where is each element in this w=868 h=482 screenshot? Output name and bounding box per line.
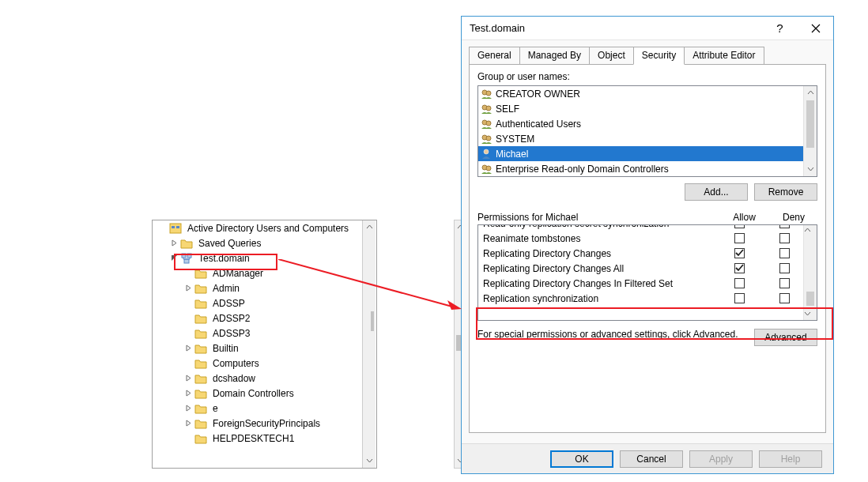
tree-item[interactable]: Computers	[153, 356, 376, 371]
tree-item[interactable]: Domain Controllers	[153, 386, 376, 401]
tree-item[interactable]: Test.domain	[153, 250, 376, 265]
principal-row[interactable]: Michael	[478, 146, 803, 161]
deny-checkbox[interactable]	[779, 233, 790, 243]
add-button[interactable]: Add...	[685, 183, 748, 201]
allow-checkbox[interactable]	[734, 224, 745, 228]
scroll-up-icon[interactable]	[363, 220, 376, 234]
svg-point-7	[486, 91, 491, 96]
help-button-footer[interactable]: Help	[759, 450, 822, 468]
allow-checkbox[interactable]	[734, 293, 745, 303]
expander-icon[interactable]	[170, 239, 179, 247]
principal-name: SELF	[496, 104, 519, 115]
tab-security[interactable]: Security	[633, 47, 685, 65]
help-button[interactable]: ?	[762, 17, 798, 40]
advanced-button[interactable]: Advanced	[754, 329, 817, 346]
scroll-thumb[interactable]	[806, 100, 814, 148]
dialog-footer: OK Cancel Apply Help	[462, 443, 833, 473]
root-icon	[169, 222, 182, 235]
deny-checkbox[interactable]	[779, 278, 790, 288]
tree-item[interactable]: ADSSP2	[153, 311, 376, 326]
domain-icon	[180, 252, 193, 265]
scroll-up-icon[interactable]	[804, 225, 817, 236]
expander-icon[interactable]	[184, 389, 193, 397]
tree-item-label: Test.domain	[196, 252, 252, 265]
expander-icon[interactable]	[159, 224, 168, 232]
permission-name: Read-only replication secret synchroniza…	[483, 224, 714, 229]
scroll-up-icon[interactable]	[804, 86, 817, 100]
tree-item[interactable]: ADManager	[153, 265, 376, 281]
allow-checkbox[interactable]	[734, 278, 745, 288]
scroll-down-icon[interactable]	[363, 454, 376, 468]
tree-item[interactable]: ADSSP	[153, 296, 376, 311]
close-button[interactable]	[798, 17, 833, 40]
folder-icon	[194, 357, 207, 370]
deny-checkbox[interactable]	[779, 293, 790, 303]
expander-icon[interactable]	[184, 344, 193, 352]
tree-item[interactable]: Admin	[153, 281, 376, 296]
cancel-button[interactable]: Cancel	[620, 450, 683, 468]
remove-button[interactable]: Remove	[754, 183, 817, 201]
scroll-thumb[interactable]	[806, 292, 814, 306]
expander-icon[interactable]	[170, 254, 179, 262]
deny-checkbox[interactable]	[779, 248, 790, 258]
expander-icon[interactable]	[184, 269, 193, 277]
scroll-down-icon[interactable]	[804, 163, 817, 176]
allow-checkbox[interactable]	[734, 248, 745, 258]
ok-button[interactable]: OK	[550, 450, 613, 468]
principal-row[interactable]: CREATOR OWNER	[478, 86, 803, 101]
expander-icon[interactable]	[184, 374, 193, 382]
folder-icon	[194, 297, 207, 310]
tree-item[interactable]: Builtin	[153, 341, 376, 356]
tree-item[interactable]: Active Directory Users and Computers	[153, 220, 376, 235]
tab-object[interactable]: Object	[589, 47, 634, 64]
expander-icon[interactable]	[184, 419, 193, 427]
tree-item-label: Builtin	[210, 342, 241, 355]
expander-icon[interactable]	[184, 284, 193, 292]
principal-row[interactable]: SYSTEM	[478, 131, 803, 146]
dialog-title: Test.domain	[470, 22, 762, 34]
tree-item[interactable]: e	[153, 401, 376, 416]
principal-row[interactable]: SELF	[478, 101, 803, 116]
expander-icon[interactable]	[184, 314, 193, 322]
tab-managed-by[interactable]: Managed By	[519, 47, 590, 64]
permissions-listbox[interactable]: Read-only replication secret synchroniza…	[477, 224, 817, 321]
expander-icon[interactable]	[184, 329, 193, 337]
allow-checkbox[interactable]	[734, 233, 745, 243]
scroll-down-icon[interactable]	[804, 309, 817, 320]
apply-button[interactable]: Apply	[689, 450, 753, 468]
permission-row: Replication synchronization	[478, 291, 803, 306]
expander-icon[interactable]	[184, 404, 193, 412]
tree-item-label: Active Directory Users and Computers	[185, 222, 351, 235]
tree-item[interactable]: Saved Queries	[153, 235, 376, 250]
perm-scrollbar[interactable]	[803, 225, 817, 320]
listbox-scrollbar[interactable]	[803, 86, 817, 176]
principal-row[interactable]: Enterprise Read-only Domain Controllers	[478, 161, 803, 176]
tree-item-label: e	[210, 402, 221, 415]
tree-item[interactable]: ADSSP3	[153, 326, 376, 341]
group-icon	[480, 163, 492, 175]
folder-icon	[180, 237, 193, 250]
deny-checkbox[interactable]	[779, 224, 790, 228]
tree-scrollbar[interactable]	[362, 220, 376, 468]
scroll-thumb[interactable]	[371, 311, 374, 331]
deny-checkbox[interactable]	[779, 263, 790, 273]
allow-checkbox[interactable]	[734, 263, 745, 273]
tree-item[interactable]: ForeignSecurityPrincipals	[153, 416, 376, 431]
expander-icon[interactable]	[184, 434, 193, 442]
tree-item[interactable]: HELPDESKTECH1	[153, 431, 376, 446]
tree-item-label: ADSSP3	[210, 327, 252, 340]
tree-item[interactable]: dcshadow	[153, 371, 376, 386]
group-icon	[480, 118, 492, 130]
principals-listbox[interactable]: CREATOR OWNERSELFAuthenticated UsersSYST…	[477, 85, 817, 177]
tab-attribute-editor[interactable]: Attribute Editor	[684, 47, 764, 64]
folder-icon	[194, 312, 207, 325]
expander-icon[interactable]	[184, 359, 193, 367]
folder-icon	[194, 402, 207, 415]
folder-icon	[194, 342, 207, 355]
permission-name: Replicating Directory Changes In Filtere…	[483, 278, 714, 289]
expander-icon[interactable]	[184, 299, 193, 307]
principal-row[interactable]: Authenticated Users	[478, 116, 803, 131]
permission-name: Replicating Directory Changes	[483, 248, 714, 259]
svg-rect-2	[176, 226, 179, 228]
tab-general[interactable]: General	[469, 47, 520, 64]
